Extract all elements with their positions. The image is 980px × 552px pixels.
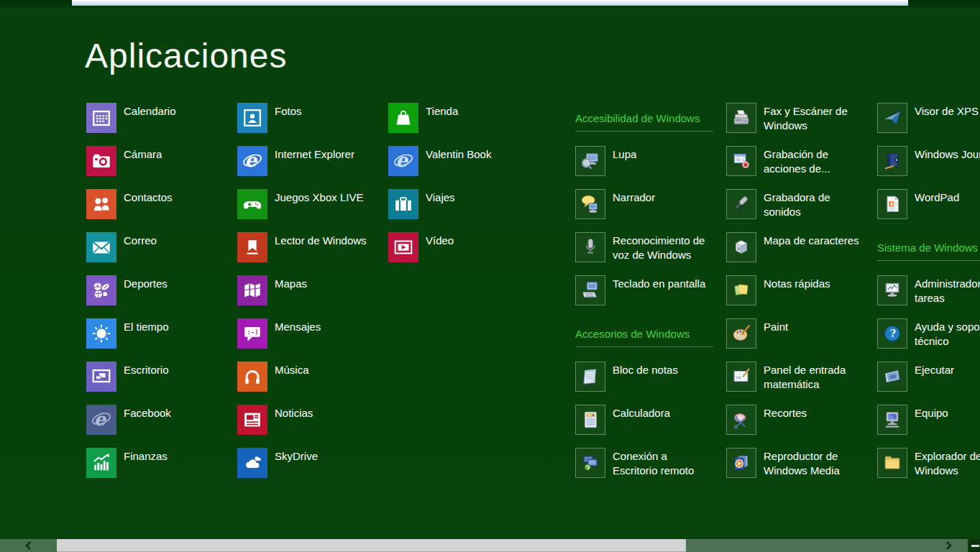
grabadora-sonidos-tile[interactable] xyxy=(726,189,756,219)
app-windows-journal[interactable]: Windows Journ xyxy=(877,146,980,189)
app-ejecutar[interactable]: Ejecutar xyxy=(877,362,980,405)
calculadora-tile[interactable] xyxy=(575,405,605,435)
scroll-left-button[interactable] xyxy=(0,539,57,552)
app-panel-matematica[interactable]: √x Panel de entrada matemática xyxy=(726,362,880,405)
conexion-remoto-tile[interactable] xyxy=(575,448,605,478)
app-administrador-tareas[interactable]: Administrador tareas xyxy=(877,275,980,318)
fotos-tile[interactable] xyxy=(237,103,267,133)
app-narrador[interactable]: Narrador xyxy=(575,189,729,232)
app-notas-rapidas[interactable]: Notas rápidas xyxy=(726,275,880,318)
lector-tile[interactable] xyxy=(237,232,267,262)
deportes-tile[interactable] xyxy=(86,275,116,305)
correo-tile[interactable] xyxy=(86,232,116,262)
app-grabacion-acciones[interactable]: Grabación de acciones de... xyxy=(726,146,880,189)
app-ayuda-soporte[interactable]: ? Ayuda y sopor técnico xyxy=(877,318,980,362)
app-deportes[interactable]: Deportes xyxy=(86,275,240,318)
paint-tile[interactable] xyxy=(726,318,756,349)
juegos-xbox-tile[interactable] xyxy=(237,189,267,219)
scrollbar-track[interactable] xyxy=(686,539,968,552)
app-teclado-pantalla[interactable]: Teclado en pantalla xyxy=(575,275,729,318)
ejecutar-tile[interactable] xyxy=(877,362,907,392)
panel-matematica-tile[interactable]: √x xyxy=(726,362,756,392)
contactos-tile[interactable] xyxy=(86,189,116,219)
equipo-tile[interactable] xyxy=(877,405,907,435)
app-reproductor-wm[interactable]: Reproductor de Windows Media xyxy=(726,448,880,491)
mensajes-tile[interactable]: :-) xyxy=(237,318,267,349)
app-mapas[interactable]: Mapas xyxy=(237,275,391,318)
recortes-tile[interactable] xyxy=(726,405,756,435)
viajes-tile[interactable] xyxy=(388,189,418,219)
el-tiempo-tile[interactable] xyxy=(86,318,116,349)
bloc-de-notas-tile[interactable] xyxy=(575,362,605,392)
app-fotos[interactable]: Fotos xyxy=(237,103,391,146)
app-reconocimiento-voz[interactable]: Reconocimiento de voz de Windows xyxy=(575,232,729,275)
ayuda-soporte-tile[interactable]: ? xyxy=(877,318,907,349)
app-conexion-remoto[interactable]: Conexión a Escritorio remoto xyxy=(575,448,729,491)
tienda-tile[interactable] xyxy=(388,103,418,133)
app-lupa[interactable]: Lupa xyxy=(575,146,729,189)
app-correo[interactable]: Correo xyxy=(86,232,240,275)
app-mensajes[interactable]: :-) Mensajes xyxy=(237,318,391,362)
app-equipo[interactable]: Equipo xyxy=(877,405,980,448)
visor-xps-tile[interactable] xyxy=(877,103,907,133)
app-recortes[interactable]: Recortes xyxy=(726,405,880,448)
app-wordpad[interactable]: A WordPad xyxy=(877,189,980,232)
app-finanzas[interactable]: Finanzas xyxy=(86,448,240,491)
column-4: Accesibilidad de Windows Lupa xyxy=(575,0,729,552)
app-viajes[interactable]: Viajes xyxy=(388,189,542,232)
escritorio-tile[interactable] xyxy=(86,362,116,392)
valentin-book-tile[interactable]: e xyxy=(388,146,418,176)
skydrive-tile[interactable] xyxy=(237,448,267,478)
reproductor-wm-tile[interactable] xyxy=(726,448,756,478)
app-escritorio[interactable]: Escritorio xyxy=(86,362,240,405)
mapas-tile[interactable] xyxy=(237,275,267,305)
app-lector[interactable]: Lector de Windows xyxy=(237,232,391,275)
app-valentin-book[interactable]: e Valentin Book xyxy=(388,146,542,189)
mapa-caracteres-tile[interactable]: λ xyxy=(726,232,756,262)
app-calculadora[interactable]: Calculadora xyxy=(575,405,729,448)
app-label: Lupa xyxy=(613,147,728,162)
scrollbar-thumb[interactable] xyxy=(57,539,686,552)
camara-tile[interactable] xyxy=(86,146,116,176)
app-visor-xps[interactable]: Visor de XPS xyxy=(877,103,980,146)
app-facebook[interactable]: e Facebook xyxy=(86,405,240,448)
app-paint[interactable]: Paint xyxy=(726,318,880,362)
grabacion-acciones-tile[interactable] xyxy=(726,146,756,176)
fax-escaner-tile[interactable] xyxy=(726,103,756,133)
app-skydrive[interactable]: SkyDrive xyxy=(237,448,391,491)
app-tienda[interactable]: Tienda xyxy=(388,103,542,146)
video-tile[interactable] xyxy=(388,232,418,262)
reconocimiento-voz-tile[interactable] xyxy=(575,232,605,262)
app-calendario[interactable]: Calendario xyxy=(86,103,240,146)
windows-journal-tile[interactable] xyxy=(877,146,907,176)
app-el-tiempo[interactable]: El tiempo xyxy=(86,318,240,362)
photo-icon xyxy=(242,107,263,129)
noticias-tile[interactable] xyxy=(237,405,267,435)
explorador-tile[interactable] xyxy=(877,448,907,478)
app-video[interactable]: Vídeo xyxy=(388,232,542,275)
notas-rapidas-tile[interactable] xyxy=(726,275,756,305)
app-label: Equipo xyxy=(915,406,980,420)
administrador-tareas-tile[interactable] xyxy=(877,275,907,305)
app-bloc-de-notas[interactable]: Bloc de notas xyxy=(575,362,729,405)
wordpad-tile[interactable]: A xyxy=(877,189,907,219)
lupa-tile[interactable] xyxy=(575,146,605,176)
app-contactos[interactable]: Contactos xyxy=(86,189,240,232)
musica-tile[interactable] xyxy=(237,362,267,392)
app-grabadora-sonidos[interactable]: Grabadora de sonidos xyxy=(726,189,880,232)
app-internet-explorer[interactable]: e Internet Explorer xyxy=(237,146,391,189)
app-musica[interactable]: Música xyxy=(237,362,391,405)
calendario-tile[interactable] xyxy=(86,103,116,133)
app-mapa-caracteres[interactable]: λ Mapa de caracteres xyxy=(726,232,880,275)
app-noticias[interactable]: Noticias xyxy=(237,405,391,448)
app-juegos-xbox[interactable]: Juegos Xbox LIVE xyxy=(237,189,391,232)
narrador-tile[interactable] xyxy=(575,189,605,219)
teclado-pantalla-tile[interactable] xyxy=(575,275,605,305)
facebook-tile[interactable]: e xyxy=(86,405,116,435)
finanzas-tile[interactable] xyxy=(86,448,116,478)
app-fax-escaner[interactable]: Fax y Escáner de Windows xyxy=(726,103,880,146)
app-camara[interactable]: Cámara xyxy=(86,146,240,189)
app-explorador[interactable]: Explorador de Windows xyxy=(877,448,980,491)
horizontal-scrollbar[interactable] xyxy=(0,539,980,552)
internet-explorer-tile[interactable]: e xyxy=(237,146,267,176)
